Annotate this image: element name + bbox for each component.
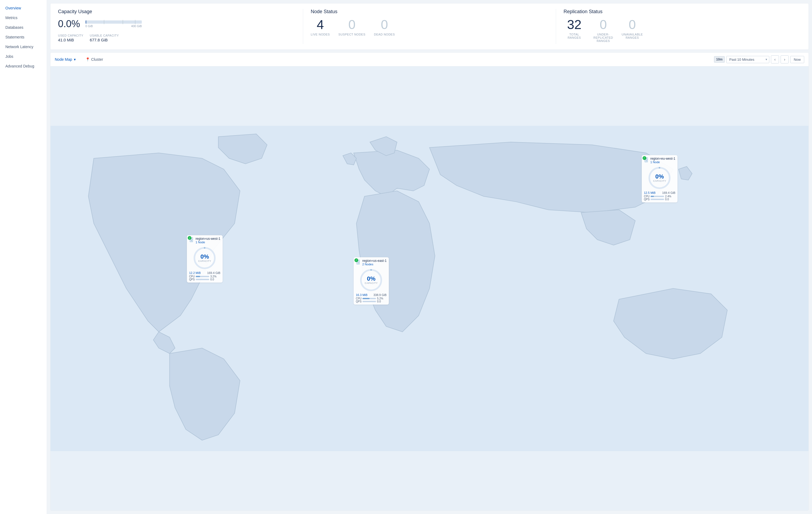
region-us-east-1[interactable]: ✓ 🗄 region=us-east-1 2 Nodes bbox=[354, 257, 388, 304]
sidebar: Overview Metrics Databases Statements Ne… bbox=[0, 0, 47, 514]
capacity-pct-us-west: 0% bbox=[198, 254, 211, 260]
region-us-west-1[interactable]: ✓ 🗄 region=us-west-1 1 Node bbox=[187, 235, 222, 282]
capacity-word-eu-west: CAPACITY bbox=[653, 180, 666, 182]
capacity-circle-eu-west: 0% CAPACITY bbox=[647, 166, 672, 190]
dead-nodes-count: 0 bbox=[374, 18, 395, 31]
check-icon-eu-west: ✓ bbox=[643, 156, 646, 160]
sidebar-item-advanced-debug[interactable]: Advanced Debug bbox=[0, 61, 47, 71]
total-ranges-label: TOTAL RANGES bbox=[563, 33, 585, 39]
region-name-eu-west: region=eu-west-1 bbox=[650, 157, 675, 161]
live-nodes-label: LIVE NODES bbox=[311, 33, 330, 36]
map-toolbar: Node Map ▾ 📍 Cluster 10m Past 10 Minutes… bbox=[51, 53, 809, 66]
cpu-label-eu-west: CPU bbox=[644, 195, 649, 198]
qps-value-us-east: 0.0 bbox=[377, 300, 381, 303]
qps-label-eu-west: QPS bbox=[644, 198, 649, 201]
used-capacity-label: USED CAPACITY bbox=[58, 34, 83, 37]
time-select-wrapper: Past 10 Minutes Past 1 Hour Past 6 Hours… bbox=[726, 56, 769, 63]
cpu-value-us-east: 5.2% bbox=[377, 297, 383, 300]
capacity-pct-us-east: 0% bbox=[365, 276, 378, 282]
sidebar-item-network-latency[interactable]: Network Latency bbox=[0, 42, 47, 52]
total-eu-west: 169.4 GiB bbox=[662, 191, 675, 194]
sidebar-item-statements[interactable]: Statements bbox=[0, 32, 47, 42]
region-name-us-east: region=us-east-1 bbox=[362, 259, 386, 263]
under-replicated-label: UNDER- REPLICATED RANGES bbox=[592, 33, 614, 43]
region-nodes-us-west: 1 Node bbox=[196, 241, 220, 244]
capacity-word-us-east: CAPACITY bbox=[365, 282, 378, 285]
replication-status-title: Replication Status bbox=[563, 9, 801, 15]
main-content: Capacity Usage 0.0% 0 GiB 400 GiB bbox=[47, 0, 812, 514]
capacity-word-us-west: CAPACITY bbox=[198, 260, 211, 262]
world-map-svg bbox=[51, 66, 809, 511]
bar-label-max: 400 GiB bbox=[131, 24, 142, 28]
cpu-label-us-west: CPU bbox=[189, 275, 195, 278]
capacity-bar-fill bbox=[85, 21, 86, 24]
bar-label-min: 0 GiB bbox=[85, 24, 93, 28]
time-range-select[interactable]: Past 10 Minutes Past 1 Hour Past 6 Hours… bbox=[726, 56, 769, 63]
qps-label-us-west: QPS bbox=[189, 278, 195, 281]
qps-value-us-west: 0.0 bbox=[210, 278, 214, 281]
sidebar-item-jobs[interactable]: Jobs bbox=[0, 52, 47, 61]
time-forward-button[interactable]: › bbox=[781, 55, 789, 63]
sidebar-item-databases[interactable]: Databases bbox=[0, 23, 47, 32]
now-button[interactable]: Now bbox=[790, 56, 804, 63]
live-nodes-count: 4 bbox=[311, 18, 330, 31]
region-nodes-eu-west: 1 Node bbox=[650, 161, 675, 164]
time-back-button[interactable]: ‹ bbox=[771, 55, 779, 63]
cpu-label-us-east: CPU bbox=[356, 297, 361, 300]
capacity-usage-section: Capacity Usage 0.0% 0 GiB 400 GiB bbox=[58, 9, 303, 44]
region-eu-west-1[interactable]: ✓ 🗄 region=eu-west-1 1 Node bbox=[642, 155, 677, 202]
sidebar-item-metrics[interactable]: Metrics bbox=[0, 13, 47, 23]
cpu-value-eu-west: 2.4% bbox=[665, 195, 671, 198]
capacity-pct-eu-west: 0% bbox=[653, 174, 666, 180]
world-map: ✓ 🗄 region=us-west-1 1 Node bbox=[51, 66, 809, 511]
replication-status-section: Replication Status 32 TOTAL RANGES 0 UND… bbox=[563, 9, 801, 44]
total-ranges-count: 32 bbox=[563, 18, 585, 31]
sidebar-item-overview[interactable]: Overview bbox=[0, 3, 47, 13]
map-pin-icon: 📍 bbox=[85, 57, 90, 61]
capacity-usage-title: Capacity Usage bbox=[58, 9, 295, 15]
dead-nodes-label: DEAD NODES bbox=[374, 33, 395, 36]
usable-capacity-label: USABLE CAPACITY bbox=[90, 34, 119, 37]
used-us-west: 12.2 MiB bbox=[189, 271, 201, 274]
time-badge: 10m bbox=[714, 56, 725, 63]
time-controls: 10m Past 10 Minutes Past 1 Hour Past 6 H… bbox=[714, 55, 804, 63]
chevron-down-icon: ▾ bbox=[74, 57, 76, 61]
node-map-label: Node Map bbox=[55, 57, 72, 61]
cluster-label: 📍 Cluster bbox=[85, 57, 103, 61]
region-nodes-us-east: 2 Nodes bbox=[362, 263, 386, 266]
suspect-nodes-count: 0 bbox=[338, 18, 365, 31]
used-us-east: 16.3 MiB bbox=[356, 293, 367, 297]
qps-value-eu-west: 0.0 bbox=[665, 198, 669, 201]
usable-capacity-value: 677.8 GiB bbox=[90, 38, 119, 42]
capacity-circle-us-east: 0% CAPACITY bbox=[359, 268, 383, 292]
stats-panel: Capacity Usage 0.0% 0 GiB 400 GiB bbox=[50, 3, 809, 50]
map-panel: Node Map ▾ 📍 Cluster 10m Past 10 Minutes… bbox=[50, 52, 809, 511]
capacity-circle-us-west: 0% CAPACITY bbox=[193, 246, 217, 270]
used-capacity-value: 41.0 MiB bbox=[58, 38, 83, 42]
cpu-value-us-west: 3.2% bbox=[210, 275, 216, 278]
used-eu-west: 12.5 MiB bbox=[644, 191, 656, 194]
qps-label-us-east: QPS bbox=[356, 300, 361, 303]
region-name-us-west: region=us-west-1 bbox=[196, 237, 220, 241]
capacity-bar bbox=[85, 21, 142, 24]
total-us-west: 169.4 GiB bbox=[207, 271, 221, 274]
node-map-button[interactable]: Node Map ▾ bbox=[55, 57, 76, 61]
capacity-percent: 0.0% bbox=[58, 18, 80, 30]
under-replicated-count: 0 bbox=[592, 18, 614, 31]
check-icon-us-east: ✓ bbox=[354, 258, 358, 262]
node-status-section: Node Status 4 LIVE NODES 0 SUSPECT NODES… bbox=[311, 9, 556, 44]
suspect-nodes-label: SUSPECT NODES bbox=[338, 33, 365, 36]
total-us-east: 338.9 GiB bbox=[374, 293, 387, 297]
node-status-title: Node Status bbox=[311, 9, 548, 15]
unavailable-label: UNAVAILABLE RANGES bbox=[621, 33, 643, 39]
unavailable-count: 0 bbox=[621, 18, 643, 31]
cluster-text: Cluster bbox=[91, 57, 103, 61]
